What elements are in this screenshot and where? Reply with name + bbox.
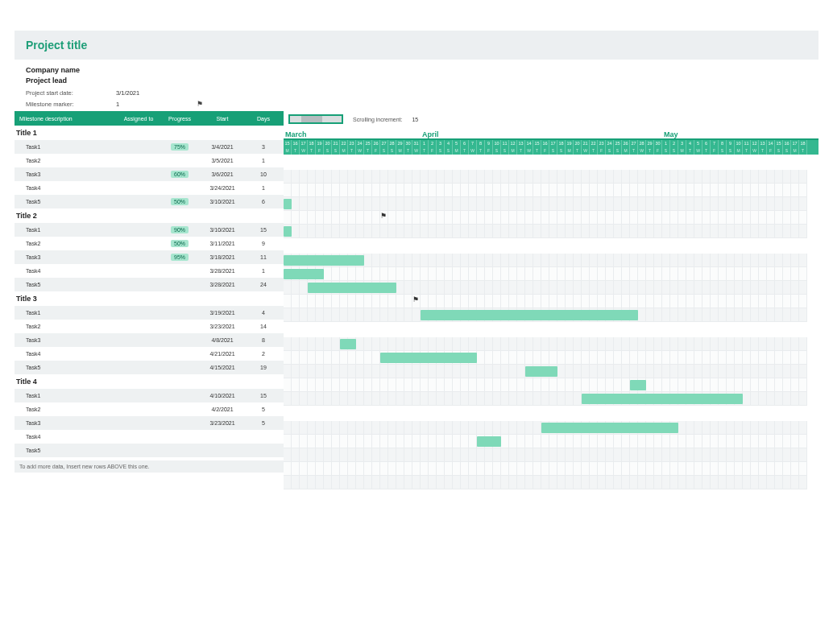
gantt-row	[284, 267, 818, 281]
gantt-bar[interactable]	[284, 269, 324, 279]
task-days[interactable]: 3	[247, 144, 280, 150]
task-days[interactable]: 4	[247, 310, 280, 316]
gantt-bar[interactable]	[380, 353, 477, 363]
scrolling-increment-value[interactable]: 15	[412, 117, 418, 122]
task-row[interactable]: Task23/5/20211	[15, 154, 284, 167]
day-header: 3S	[437, 140, 445, 155]
task-progress[interactable]: 50%	[162, 198, 197, 205]
day-header: 11T	[743, 140, 751, 155]
task-days[interactable]: 10	[247, 171, 280, 177]
task-days[interactable]: 11	[247, 254, 280, 260]
day-header: 15S	[775, 140, 783, 155]
task-row[interactable]: Task33/23/20215	[15, 416, 284, 430]
task-row[interactable]: Task360%3/6/202110	[15, 167, 284, 181]
task-row[interactable]: Task13/19/20214	[15, 306, 284, 320]
task-row[interactable]: Task5	[15, 444, 284, 457]
task-row[interactable]: Task44/21/20212	[15, 347, 284, 361]
task-days[interactable]: 6	[247, 199, 280, 204]
task-row[interactable]: Task550%3/10/20216	[15, 195, 284, 208]
task-start[interactable]: 3/23/2021	[197, 420, 247, 426]
task-row[interactable]: Task395%3/18/202111	[15, 250, 284, 264]
task-days[interactable]: 1	[247, 158, 280, 163]
day-header: 13T	[517, 140, 525, 155]
day-header: 2F	[429, 140, 437, 155]
task-start[interactable]: 4/8/2021	[197, 337, 247, 343]
task-row[interactable]: Task24/2/20215	[15, 402, 284, 416]
timeline-scrollbar[interactable]	[288, 114, 343, 124]
task-start[interactable]: 3/11/2021	[197, 241, 247, 246]
task-days[interactable]: 5	[247, 407, 280, 412]
gantt-row	[284, 476, 818, 489]
task-start[interactable]: 3/28/2021	[197, 268, 247, 274]
gantt-bar[interactable]	[477, 436, 501, 447]
task-start[interactable]: 3/19/2021	[197, 310, 247, 316]
task-row[interactable]: Task34/8/20218	[15, 333, 284, 347]
task-start[interactable]: 3/23/2021	[197, 324, 247, 329]
task-progress[interactable]: 50%	[162, 240, 197, 247]
day-header: 6T	[461, 140, 469, 155]
task-start[interactable]: 3/6/2021	[197, 171, 247, 177]
day-header: 21S	[332, 140, 340, 155]
task-name: Task5	[15, 199, 115, 204]
gantt-bar[interactable]	[284, 255, 364, 266]
task-row[interactable]: Task53/28/202124	[15, 278, 284, 291]
task-row[interactable]: Task4	[15, 430, 284, 444]
gantt-row	[284, 225, 818, 238]
task-days[interactable]: 19	[247, 365, 280, 370]
task-row[interactable]: Task43/28/20211	[15, 264, 284, 278]
task-progress[interactable]: 60%	[162, 171, 197, 178]
task-name: Task5	[15, 282, 115, 287]
task-start[interactable]: 3/5/2021	[197, 158, 247, 163]
task-days[interactable]: 24	[247, 282, 280, 287]
task-days[interactable]: 9	[247, 241, 280, 246]
task-row[interactable]: Task14/10/202115	[15, 389, 284, 402]
gantt-bar[interactable]	[421, 310, 638, 320]
task-days[interactable]: 14	[247, 324, 280, 329]
day-header: 11S	[501, 140, 509, 155]
task-progress[interactable]: 90%	[162, 226, 197, 233]
task-row[interactable]: Task190%3/10/202115	[15, 223, 284, 237]
gantt-row	[284, 462, 818, 476]
task-days[interactable]: 2	[247, 351, 280, 357]
task-row[interactable]: Task43/24/20211	[15, 181, 284, 195]
gantt-bar[interactable]	[284, 199, 292, 209]
task-row[interactable]: Task54/15/202119	[15, 361, 284, 374]
task-start[interactable]: 3/24/2021	[197, 185, 247, 191]
task-progress[interactable]: 95%	[162, 254, 197, 261]
gantt-bar[interactable]	[541, 423, 678, 433]
task-start[interactable]: 3/10/2021	[197, 227, 247, 233]
day-header: 13T	[759, 140, 767, 155]
task-days[interactable]: 1	[247, 185, 280, 191]
task-progress[interactable]: 75%	[162, 143, 197, 151]
gantt-bar[interactable]	[340, 339, 356, 349]
task-start[interactable]: 4/10/2021	[197, 393, 247, 398]
day-header: 22T	[590, 140, 598, 155]
task-row[interactable]: Task23/23/202114	[15, 320, 284, 333]
task-row[interactable]: Task250%3/11/20219	[15, 237, 284, 250]
task-days[interactable]: 15	[247, 393, 280, 398]
gantt-bar[interactable]	[284, 226, 292, 237]
task-days[interactable]: 1	[247, 268, 280, 274]
gantt-bar[interactable]	[525, 366, 557, 377]
task-days[interactable]: 15	[247, 227, 280, 233]
start-date-value[interactable]: 3/1/2021	[116, 89, 164, 97]
task-start[interactable]: 3/28/2021	[197, 282, 247, 287]
task-days[interactable]: 8	[247, 337, 280, 343]
task-name: Task1	[15, 310, 115, 316]
col-header-start: Start	[197, 116, 247, 122]
task-start[interactable]: 3/18/2021	[197, 254, 247, 260]
gantt-bar[interactable]	[582, 394, 743, 404]
milestone-marker-value[interactable]: 1	[116, 101, 164, 108]
task-start[interactable]: 3/10/2021	[197, 199, 247, 204]
task-days[interactable]: 5	[247, 420, 280, 426]
task-start[interactable]: 4/21/2021	[197, 351, 247, 357]
task-start[interactable]: 4/2/2021	[197, 407, 247, 412]
gantt-bar[interactable]	[630, 380, 646, 390]
task-start[interactable]: 4/15/2021	[197, 365, 247, 370]
task-start[interactable]: 3/4/2021	[197, 144, 247, 150]
day-header: 25S	[614, 140, 622, 155]
task-row[interactable]: Task175%3/4/20213	[15, 140, 284, 154]
day-header: 20S	[324, 140, 332, 155]
day-header: 23F	[598, 140, 606, 155]
gantt-bar[interactable]	[308, 283, 396, 293]
